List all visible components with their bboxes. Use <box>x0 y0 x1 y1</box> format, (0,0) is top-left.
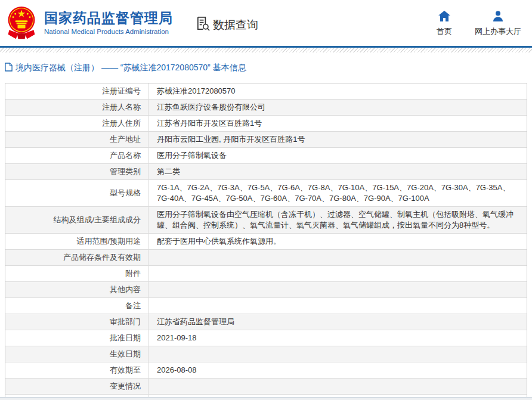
home-icon <box>438 11 450 24</box>
table-row: 有效期至 2026-08-08 <box>5 362 527 379</box>
row-value: 苏械注准20172080570 <box>149 83 527 99</box>
top-nav: 首页 网上办事大厅 <box>437 11 532 37</box>
row-label: 生产地址 <box>5 132 149 147</box>
table-row: 附件 <box>5 266 527 282</box>
table-row: 注册证编号 苏械注准20172080570 <box>5 83 527 100</box>
table-row: 变更情况 <box>5 379 527 395</box>
nmpa-emblem-logo <box>5 5 38 41</box>
table-row: 型号规格 7G-1A、7G-2A、7G-3A、7G-5A、7G-6A、7G-8A… <box>5 180 527 207</box>
row-label: 备注 <box>5 298 149 314</box>
page: 国家药品监督管理局 National Medical Products Admi… <box>0 0 532 400</box>
org-title-block: 国家药品监督管理局 National Medical Products Admi… <box>44 10 173 36</box>
registration-info-table: 注册证编号 苏械注准20172080570 注册人名称 江苏鱼跃医疗设备股份有限… <box>5 83 527 400</box>
row-label: 产品名称 <box>5 148 149 163</box>
table-row: 生效日期 <box>5 346 527 362</box>
data-query-title: 数据查询 <box>196 16 258 33</box>
row-label: 批准日期 <box>5 330 149 346</box>
row-label: 型号规格 <box>5 180 149 206</box>
row-label: 产品储存条件及有效期 <box>5 250 149 265</box>
row-value: 江苏鱼跃医疗设备股份有限公司 <box>149 100 527 115</box>
row-value: 江苏省药品监督管理局 <box>149 314 527 330</box>
table-row: 其他内容 <box>5 282 527 298</box>
row-value <box>149 282 527 297</box>
row-value <box>149 379 527 394</box>
table-row: 注册人住所 江苏省丹阳市开发区百胜路1号 <box>5 116 527 132</box>
row-label: 附件 <box>5 266 149 281</box>
data-query-label: 数据查询 <box>213 17 258 33</box>
row-value: 配套于医用中心供氧系统作氧源用。 <box>149 234 527 249</box>
row-value: 第二类 <box>149 164 527 179</box>
row-value <box>149 266 527 281</box>
row-value: 医用分子筛制氧设备 <box>149 148 527 163</box>
table-row: 审批部门 江苏省药品监督管理局 <box>5 314 527 330</box>
header: 国家药品监督管理局 National Medical Products Admi… <box>0 0 532 46</box>
table-row: 管理类别 第二类 <box>5 164 527 180</box>
nav-online-hall[interactable]: 网上办事大厅 <box>475 11 521 37</box>
row-value <box>149 250 527 265</box>
table-row: 产品名称 医用分子筛制氧设备 <box>5 148 527 164</box>
nav-home[interactable]: 首页 <box>437 11 452 37</box>
row-value: 丹阳市云阳工业园, 丹阳市开发区百胜路1号 <box>149 132 527 147</box>
row-value: 7G-1A、7G-2A、7G-3A、7G-5A、7G-6A、7G-8A、7G-1… <box>149 180 527 206</box>
row-label: 注册证编号 <box>5 83 149 99</box>
row-value: 江苏省丹阳市开发区百胜路1号 <box>149 116 527 131</box>
nav-home-label: 首页 <box>437 26 452 37</box>
table-row: 批准日期 2021-09-18 <box>5 330 527 346</box>
document-search-icon <box>196 16 211 33</box>
row-label: 注册人名称 <box>5 100 149 115</box>
row-value: 2026-08-08 <box>149 362 527 378</box>
row-label: 结构及组成/主要组成成分 <box>5 207 149 233</box>
table-row: 备注 <box>5 298 527 314</box>
user-icon <box>492 11 504 24</box>
org-name-cn: 国家药品监督管理局 <box>44 10 173 26</box>
document-icon <box>5 63 13 74</box>
nav-online-hall-label: 网上办事大厅 <box>475 26 521 37</box>
row-label: 其他内容 <box>5 282 149 297</box>
footer-strip <box>0 397 532 400</box>
row-value: 医用分子筛制氧设备由空气压缩机（含冻干机）、过滤器、空气储罐、制氧主机（包括吸附… <box>149 207 527 233</box>
breadcrumb: 境内医疗器械（注册） —— “苏械注准20172080570” 基本信息 <box>5 62 532 74</box>
row-label: 适用范围/预期用途 <box>5 234 149 249</box>
org-name-en: National Medical Products Administration <box>44 27 173 36</box>
table-row: 产品储存条件及有效期 <box>5 250 527 266</box>
row-value <box>149 298 527 314</box>
row-label: 注册人住所 <box>5 116 149 131</box>
table-row: 适用范围/预期用途 配套于医用中心供氧系统作氧源用。 <box>5 234 527 250</box>
row-label: 变更情况 <box>5 379 149 394</box>
row-label: 审批部门 <box>5 314 149 330</box>
row-label: 生效日期 <box>5 346 149 362</box>
row-value: 2021-09-18 <box>149 330 527 346</box>
row-label: 有效期至 <box>5 362 149 378</box>
row-value <box>149 346 527 362</box>
breadcrumb-text: 境内医疗器械（注册） —— “苏械注准20172080570” 基本信息 <box>16 63 246 73</box>
row-label: 管理类别 <box>5 164 149 179</box>
hatch-band <box>0 48 532 52</box>
table-row: 结构及组成/主要组成成分 医用分子筛制氧设备由空气压缩机（含冻干机）、过滤器、空… <box>5 207 527 234</box>
table-row: 注册人名称 江苏鱼跃医疗设备股份有限公司 <box>5 100 527 116</box>
table-row: 生产地址 丹阳市云阳工业园, 丹阳市开发区百胜路1号 <box>5 132 527 148</box>
